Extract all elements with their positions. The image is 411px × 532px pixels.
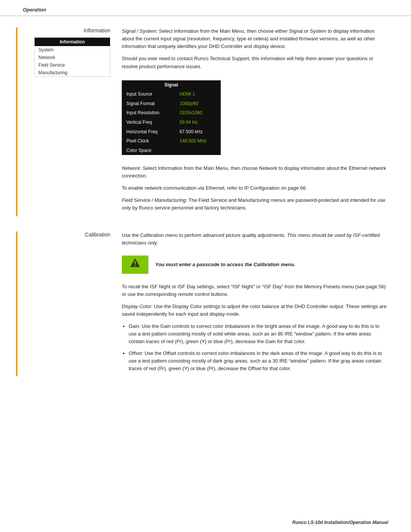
signal-value-horizontal-freq: 67.500 kHz <box>175 127 221 137</box>
footer-text: Runco LS-10d Installation/Operation Manu… <box>292 520 388 525</box>
signal-table-header: Signal <box>122 80 221 90</box>
table-row: Pixel Clock 148.500 MHz <box>122 136 221 146</box>
footer: Runco LS-10d Installation/Operation Manu… <box>292 520 388 525</box>
menu-item-system: System <box>35 46 110 54</box>
information-menu-box: Information System Network Field Service… <box>34 37 110 77</box>
signal-label-vertical-freq: Vertical Freq <box>122 118 175 127</box>
calibration-para1-text: Use the Calibration menu to perform adva… <box>122 232 287 238</box>
signal-value-input-resolution: 1920x1080 <box>175 108 221 118</box>
information-para1-text: Select Information from the Main Menu, t… <box>122 28 375 49</box>
information-para2: Should you ever need to contact Runco Te… <box>122 55 388 70</box>
menu-item-manufacturing: Manufacturing <box>35 69 110 77</box>
gain-text: Use the Gain controls to correct color i… <box>129 323 379 344</box>
information-para1: Signal / System: Select Information from… <box>122 27 388 50</box>
list-item-offset: Offset: Use the Offset controls to corre… <box>129 350 388 372</box>
information-section: Information Information System Network F… <box>23 27 388 216</box>
signal-label-input-source: Input Source <box>122 89 175 99</box>
calibration-section: Calibration Use the Calibration menu to … <box>23 232 388 376</box>
signal-label-input-resolution: Input Resolution <box>122 108 175 118</box>
signal-table-wrapper: Signal Input Source HDMI 1 Signal Format… <box>122 80 221 155</box>
signal-system-label: Signal / System: <box>122 28 158 34</box>
page: Operation Information Information System… <box>0 0 411 532</box>
signal-value-color-space <box>175 146 221 155</box>
information-menu-header: Information <box>35 38 110 46</box>
accent-bar-information <box>16 27 18 216</box>
signal-label-signal-format: Signal Format <box>122 99 175 109</box>
network-label: Network: <box>122 165 141 171</box>
information-para3: Network: Select Information from the Mai… <box>122 165 388 180</box>
calibration-passcode-text: You must enter a passcode to access the … <box>155 261 295 268</box>
signal-table: Signal Input Source HDMI 1 Signal Format… <box>122 80 221 155</box>
calibration-passcode-row: You must enter a passcode to access the … <box>122 252 388 278</box>
information-right-col: Signal / System: Select Information from… <box>122 27 388 216</box>
svg-rect-1 <box>135 261 136 264</box>
table-row: Input Resolution 1920x1080 <box>122 108 221 118</box>
signal-label-horizontal-freq: Horizontal Freq <box>122 127 175 137</box>
offset-text: Use the Offset controls to correct color… <box>129 350 382 371</box>
header: Operation <box>0 0 411 16</box>
menu-item-field-service: Field Service <box>35 61 110 69</box>
content: Information Information System Network F… <box>0 16 411 414</box>
header-title: Operation <box>23 7 46 13</box>
calibration-icon-box <box>122 256 148 274</box>
lock-icon <box>129 257 141 269</box>
list-item-gain: Gain: Use the Gain controls to correct c… <box>129 323 388 345</box>
information-para5: Field Service / Manufacturing: The Field… <box>122 197 388 212</box>
calibration-para3: Display Color: Use the Display Color set… <box>122 303 388 318</box>
signal-value-input-source: HDMI 1 <box>175 89 221 99</box>
table-row: Horizontal Freq 67.500 kHz <box>122 127 221 137</box>
calibration-icon <box>129 257 141 273</box>
svg-rect-2 <box>135 265 136 266</box>
offset-label: Offset: <box>129 350 143 356</box>
information-para3-text: Select Information from the Main Menu, t… <box>122 165 386 179</box>
menu-item-network: Network <box>35 54 110 61</box>
table-row: Vertical Freq 59.94 Hz <box>122 118 221 127</box>
table-row: Color Space <box>122 146 221 155</box>
table-row: Signal Format 1080p/60 <box>122 99 221 109</box>
information-left-col: Information Information System Network F… <box>23 27 122 77</box>
signal-value-pixel-clock: 148.500 MHz <box>175 136 221 146</box>
table-row: Input Source HDMI 1 <box>122 89 221 99</box>
information-para4: To enable network communication via Ethe… <box>122 184 388 192</box>
information-label: Information <box>23 27 110 34</box>
field-service-label: Field Service / Manufacturing: <box>122 197 187 203</box>
calibration-bullet-list: Gain: Use the Gain controls to correct c… <box>129 323 388 372</box>
calibration-para3-text: Use the Display Color settings to adjust… <box>122 304 387 317</box>
signal-label-color-space: Color Space <box>122 146 175 155</box>
calibration-label: Calibration <box>23 232 110 238</box>
calibration-para2: To recall the ISF Night or ISF Day setti… <box>122 283 388 298</box>
calibration-left-col: Calibration <box>23 232 122 241</box>
accent-bar-calibration <box>16 232 18 376</box>
display-color-label: Display Color: <box>122 304 153 309</box>
signal-value-signal-format: 1080p/60 <box>175 99 221 109</box>
calibration-para1: Use the Calibration menu to perform adva… <box>122 232 388 247</box>
signal-value-vertical-freq: 59.94 Hz <box>175 118 221 127</box>
signal-label-pixel-clock: Pixel Clock <box>122 136 175 146</box>
calibration-right-col: Use the Calibration menu to perform adva… <box>122 232 388 376</box>
gain-label: Gain: <box>129 323 140 329</box>
